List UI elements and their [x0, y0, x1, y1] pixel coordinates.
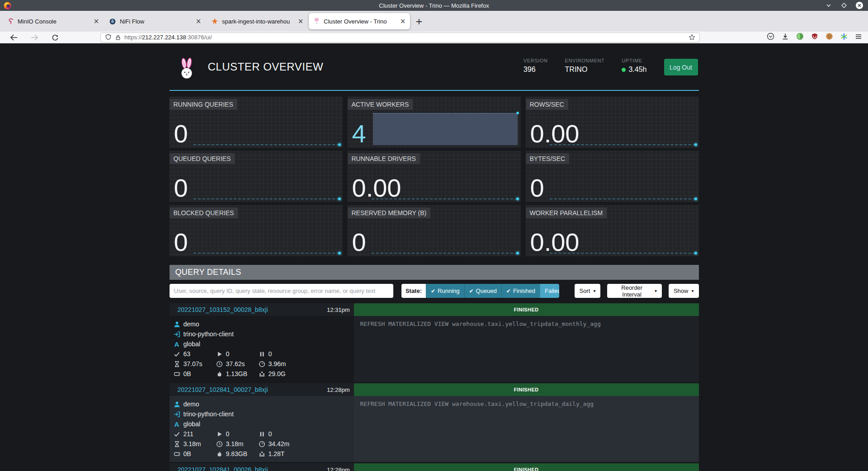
filter-label: Running	[438, 287, 459, 294]
sparkline-dot	[338, 252, 341, 254]
cookie-icon[interactable]	[826, 33, 833, 42]
version-stat: VERSION 396	[524, 58, 548, 74]
memory-disk-icon	[174, 451, 180, 457]
tab-spark-notebook[interactable]: spark-ingest-into-warehou ×	[207, 13, 308, 29]
version-value: 396	[524, 66, 536, 74]
cumulative-memory-icon	[259, 451, 265, 457]
cpu-time: 3.96m	[269, 360, 286, 367]
sort-label: Sort	[580, 287, 590, 294]
chevron-down-icon: ▾	[593, 288, 595, 293]
metric-bytes-sec: BYTES/SEC 0	[526, 151, 699, 202]
url-path: :30876/ui/	[186, 34, 212, 41]
peak-memory-flame-icon	[216, 451, 223, 457]
new-tab-button[interactable]: +	[412, 14, 426, 28]
uptime-status-dot	[622, 68, 626, 72]
peak-memory: 1.13GB	[226, 370, 247, 377]
tab-close-icon[interactable]: ×	[296, 17, 305, 26]
filter-running-button[interactable]: ✔ Running	[426, 284, 464, 298]
clock-icon	[216, 441, 223, 447]
logout-button[interactable]: Log Out	[664, 59, 698, 75]
sparkline-dot	[694, 143, 697, 146]
close-window-button[interactable]	[855, 1, 863, 9]
peak-memory-flame-icon	[216, 371, 223, 377]
ublock-shield-icon[interactable]	[811, 33, 818, 42]
spark-star-icon	[211, 18, 218, 25]
metric-label: BLOCKED QUERIES	[170, 207, 238, 218]
downloads-icon[interactable]	[782, 33, 789, 42]
metric-value: 0	[530, 175, 544, 201]
cumulative-memory: 1.28T	[269, 450, 285, 457]
environment-stat: ENVIRONMENT TRINO	[565, 58, 605, 74]
query-id-link[interactable]: 20221027_102841_00026_b8xji	[178, 466, 268, 471]
tab-minio-console[interactable]: MinIO Console ×	[2, 13, 104, 29]
query-id-link[interactable]: 20221027_102841_00027_b8xji	[178, 386, 268, 393]
metric-value: 0.00	[530, 121, 580, 146]
tab-cluster-overview-trino[interactable]: Cluster Overview - Trino ×	[309, 13, 410, 29]
metric-runnable-drivers: RUNNABLE DRIVERS 0.00	[348, 151, 521, 202]
metric-label: RESERVED MEMORY (B)	[348, 207, 431, 218]
filter-queued-button[interactable]: ✔ Queued	[464, 284, 501, 298]
reorder-interval-label: Reorder Interval	[612, 284, 651, 298]
query-id-link[interactable]: 20221027_103152_00028_b8xji	[178, 306, 268, 313]
page-title: CLUSTER OVERVIEW	[208, 61, 324, 73]
running-splits-icon	[216, 431, 223, 438]
tab-close-icon[interactable]: ×	[194, 17, 203, 26]
queued-splits: 0	[269, 350, 272, 358]
metric-value-link[interactable]: 4	[352, 121, 366, 146]
completed-splits: 63	[184, 350, 191, 358]
metric-label: WORKER PARALLELISM	[526, 207, 607, 218]
query-id-bar: 20221027_103152_00028_b8xji 12:31pm	[170, 303, 354, 316]
queued-splits: 0	[269, 430, 272, 438]
running-splits-icon	[216, 351, 223, 358]
environment-value: TRINO	[565, 66, 588, 74]
filter-label: Failed	[545, 287, 559, 294]
chevron-down-icon: ▾	[691, 288, 693, 293]
total-time: 3.18m	[226, 440, 244, 447]
trino-header: CLUSTER OVERVIEW VERSION 396 ENVIRONMENT…	[170, 43, 699, 91]
menu-hamburger-icon[interactable]	[855, 33, 862, 42]
hourglass-icon	[174, 361, 180, 367]
metric-label: RUNNING QUERIES	[170, 99, 237, 110]
reorder-interval-dropdown[interactable]: Reorder Interval ▾	[607, 284, 662, 298]
back-button[interactable]	[5, 33, 22, 42]
bookmark-star-icon[interactable]	[689, 34, 695, 41]
maximize-button[interactable]	[840, 1, 848, 9]
pocket-icon[interactable]	[767, 33, 774, 42]
sort-dropdown[interactable]: Sort ▾	[575, 284, 601, 298]
sparkline-dot	[516, 112, 519, 114]
extension-green-icon[interactable]	[796, 33, 804, 42]
tab-close-icon[interactable]: ×	[92, 17, 101, 26]
status-badge: FINISHED	[354, 303, 699, 316]
sparkline	[372, 198, 518, 199]
sparkline	[193, 144, 340, 145]
metric-value: 0	[174, 121, 188, 146]
tab-nifi-flow[interactable]: NiFi Flow ×	[104, 13, 206, 29]
nifi-drop-icon	[109, 18, 116, 25]
queued-splits-icon	[259, 351, 265, 358]
trino-logo-icon[interactable]	[178, 57, 196, 79]
lock-icon[interactable]	[115, 34, 121, 41]
resource-group-icon: A	[174, 341, 180, 348]
forward-button[interactable]	[26, 33, 42, 42]
uptime-label: UPTIME	[622, 58, 646, 63]
sparkline	[550, 253, 696, 254]
url-bar[interactable]: https://212.227.224.138:30876/ui/	[100, 33, 700, 42]
firefox-window: Cluster Overview - Trino — Mozilla Firef…	[0, 0, 868, 471]
trino-bunny-icon	[313, 18, 320, 25]
tab-strip: MinIO Console × NiFi Flow × spark-ingest…	[0, 11, 868, 32]
query-search-input[interactable]	[170, 284, 393, 298]
query-time: 12:28pm	[327, 386, 350, 393]
multicolor-asterisk-icon[interactable]	[840, 33, 848, 42]
tab-close-icon[interactable]: ×	[398, 17, 407, 26]
filter-label: Queued	[476, 287, 497, 294]
reload-button[interactable]	[47, 33, 63, 42]
show-dropdown[interactable]: Show ▾	[669, 284, 699, 298]
environment-label: ENVIRONMENT	[565, 58, 605, 63]
metric-running-queries: RUNNING QUERIES 0	[170, 97, 343, 148]
filter-failed-dropdown[interactable]: Failed ▾	[540, 284, 559, 298]
tracking-shield-icon[interactable]	[105, 34, 112, 41]
query-details-title: QUERY DETAILS	[175, 268, 241, 277]
minimize-button[interactable]	[825, 1, 833, 9]
filter-finished-button[interactable]: ✔ Finished	[501, 284, 540, 298]
query-stats-panel: demo trino-python-client Aglobal 63 0 0 …	[170, 316, 354, 382]
